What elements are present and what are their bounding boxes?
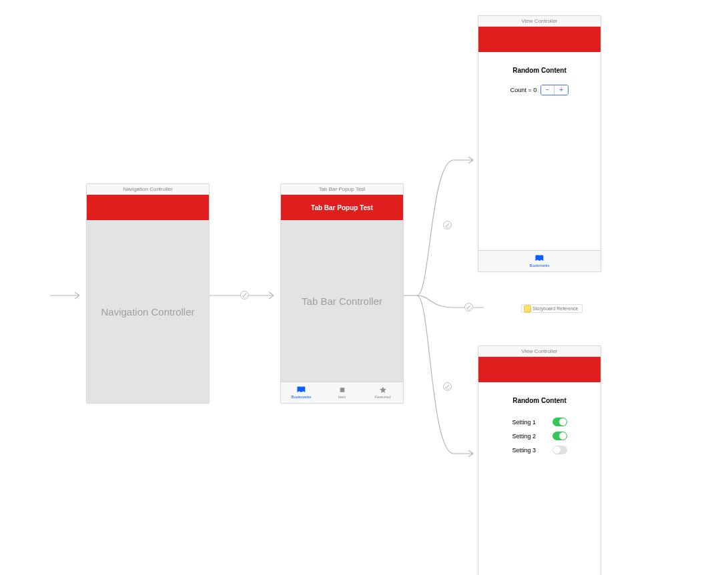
segue-badge-icon[interactable] xyxy=(464,303,473,312)
navbar xyxy=(87,195,209,220)
content-title: Random Content xyxy=(512,397,567,404)
tab-label: Featured xyxy=(374,395,390,399)
scene-title: Tab Bar Popup Test xyxy=(281,184,403,195)
scene-title: View Controller xyxy=(478,346,601,357)
segue-badge-icon[interactable] xyxy=(443,221,452,229)
scene-body: Random Content Count = 0 − + xyxy=(478,52,601,250)
tab-featured[interactable]: Featured xyxy=(362,382,403,403)
star-icon xyxy=(378,386,388,394)
square-icon xyxy=(338,386,347,394)
scene-body: Random Content Setting 1 Setting 2 Setti… xyxy=(478,382,601,575)
navbar xyxy=(478,357,601,382)
storyboard-reference-label: Storyboard Reference xyxy=(532,306,578,311)
tab-bar: Bookmarks Item Featured xyxy=(281,382,403,403)
tab-label: Bookmarks xyxy=(291,395,311,399)
tab-bookmarks[interactable]: Bookmarks xyxy=(281,382,322,403)
setting-1-switch[interactable] xyxy=(553,418,567,426)
setting-3-switch[interactable] xyxy=(553,446,567,454)
scene-title: Navigation Controller xyxy=(87,184,209,195)
segue-badge-icon[interactable] xyxy=(443,382,452,391)
tab-item[interactable]: Item xyxy=(322,382,362,403)
segue-branch-arrows-icon xyxy=(404,133,484,460)
stepper-minus-button[interactable]: − xyxy=(541,85,555,95)
view-controller-random-content-count-scene[interactable]: View Controller Random Content Count = 0… xyxy=(478,15,601,272)
svg-rect-0 xyxy=(340,388,344,392)
count-stepper[interactable]: − + xyxy=(540,85,569,95)
navbar-title: Tab Bar Popup Test xyxy=(311,204,373,211)
view-controller-random-content-settings-scene[interactable]: View Controller Random Content Setting 1… xyxy=(478,346,601,575)
setting-label: Setting 1 xyxy=(512,419,536,426)
setting-2-switch[interactable] xyxy=(553,432,567,440)
content-title: Random Content xyxy=(512,67,567,74)
setting-label: Setting 2 xyxy=(512,433,536,440)
count-label: Count = 0 xyxy=(510,87,536,93)
setting-label: Setting 3 xyxy=(512,447,536,454)
storyboard-reference[interactable]: Storyboard Reference xyxy=(521,304,583,313)
scene-body-label: Navigation Controller xyxy=(87,220,209,403)
bookmarks-icon xyxy=(297,386,306,394)
scene-title: View Controller xyxy=(478,16,601,27)
navbar xyxy=(478,27,601,52)
stepper-plus-button[interactable]: + xyxy=(555,85,568,95)
bookmarks-icon xyxy=(535,255,544,263)
tab-label: Bookmarks xyxy=(529,263,549,267)
navigation-controller-scene[interactable]: Navigation Controller Navigation Control… xyxy=(86,183,210,404)
segue-badge-icon[interactable] xyxy=(240,291,249,300)
tab-label: Item xyxy=(338,395,346,399)
tab-bar: Bookmarks xyxy=(478,250,601,271)
scene-body-label: Tab Bar Controller xyxy=(281,220,403,382)
navbar: Tab Bar Popup Test xyxy=(281,195,403,220)
initial-arrow-icon xyxy=(50,289,86,302)
tab-bookmarks[interactable]: Bookmarks xyxy=(478,251,601,271)
tab-bar-controller-scene[interactable]: Tab Bar Popup Test Tab Bar Popup Test Ta… xyxy=(280,183,404,404)
